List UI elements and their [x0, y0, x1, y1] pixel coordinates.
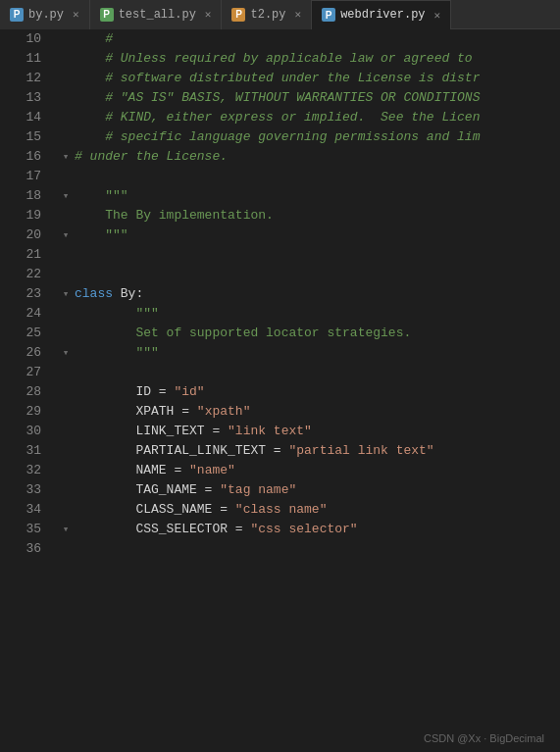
- code-line-20: ▾ """: [59, 226, 560, 245]
- fold-icon-20[interactable]: ▾: [59, 228, 73, 242]
- tab-by-py[interactable]: P by.py ✕: [0, 0, 90, 29]
- line-number-15: 15: [0, 127, 41, 147]
- fold-icon-16[interactable]: ▾: [59, 150, 73, 164]
- line-number-32: 32: [0, 461, 41, 480]
- code-token: """: [75, 226, 128, 245]
- code-line-24: """: [59, 304, 560, 324]
- code-line-21: [59, 245, 560, 265]
- fold-icon-23[interactable]: ▾: [59, 287, 73, 301]
- code-token: Set of supported locator strategies.: [75, 324, 411, 343]
- code-content: # # Unless required by applicable law or…: [49, 29, 560, 752]
- code-token: XPATH =: [75, 402, 197, 422]
- footer: CSDN @Xx · BigDecimal: [424, 732, 544, 744]
- tab-test-all-py[interactable]: P test_all.py ✕: [90, 0, 223, 29]
- code-line-14: # KIND, either express or implied. See t…: [59, 108, 560, 127]
- code-token: TAG_NAME =: [75, 480, 220, 500]
- line-number-26: 26: [0, 343, 41, 363]
- code-token: # Unless required by applicable law or a…: [75, 49, 473, 69]
- tab-close-t2-py[interactable]: ✕: [295, 8, 302, 21]
- tab-label-t2-py: t2.py: [250, 8, 285, 22]
- code-line-18: ▾ """: [59, 186, 560, 206]
- tab-bar: P by.py ✕ P test_all.py ✕ P t2.py ✕ P we…: [0, 0, 560, 29]
- code-line-29: XPATH = "xpath": [59, 402, 560, 422]
- code-line-23: ▾class By:: [59, 284, 560, 304]
- code-token: class: [75, 284, 113, 304]
- code-line-25: Set of supported locator strategies.: [59, 324, 560, 343]
- code-line-10: #: [59, 29, 560, 49]
- tab-label-webdriver-py: webdriver.py: [340, 8, 425, 22]
- code-token: # "AS IS" BASIS, WITHOUT WARRANTIES OR C…: [75, 88, 480, 108]
- line-number-30: 30: [0, 422, 41, 441]
- code-line-11: # Unless required by applicable law or a…: [59, 49, 560, 69]
- line-number-10: 10: [0, 29, 41, 49]
- code-line-15: # specific language governing permission…: [59, 127, 560, 147]
- line-number-22: 22: [0, 265, 41, 284]
- code-token: "partial link text": [288, 441, 433, 461]
- tab-icon-webdriver-py: P: [322, 8, 335, 22]
- line-number-13: 13: [0, 88, 41, 108]
- code-token: By:: [113, 284, 143, 304]
- code-token: """: [75, 304, 159, 324]
- line-number-12: 12: [0, 69, 41, 88]
- code-token: CLASS_NAME =: [75, 500, 235, 520]
- line-number-23: 23: [0, 284, 41, 304]
- tab-label-by-py: by.py: [28, 8, 64, 22]
- line-number-33: 33: [0, 480, 41, 500]
- code-token: CSS_SELECTOR =: [75, 520, 250, 539]
- code-line-16: ▾# under the License.: [59, 147, 560, 167]
- tab-t2-py[interactable]: P t2.py ✕: [222, 0, 312, 29]
- code-token: ID =: [75, 382, 174, 402]
- code-token: "tag name": [220, 480, 296, 500]
- code-token: """: [75, 186, 128, 206]
- line-number-18: 18: [0, 186, 41, 206]
- code-line-13: # "AS IS" BASIS, WITHOUT WARRANTIES OR C…: [59, 88, 560, 108]
- tab-close-by-py[interactable]: ✕: [73, 8, 79, 21]
- code-token: # KIND, either express or implied. See t…: [75, 108, 480, 127]
- tab-close-test-all-py[interactable]: ✕: [205, 8, 212, 21]
- code-token: The By implementation.: [75, 206, 274, 226]
- tab-close-webdriver-py[interactable]: ✕: [434, 9, 441, 22]
- fold-icon-26[interactable]: ▾: [59, 346, 73, 360]
- code-token: # under the License.: [75, 147, 228, 167]
- code-line-35: ▾ CSS_SELECTOR = "css selector": [59, 520, 560, 539]
- code-token: LINK_TEXT =: [75, 422, 228, 441]
- code-line-17: [59, 167, 560, 186]
- code-area: 1011121314151617181920212223242526272829…: [0, 29, 560, 752]
- code-token: NAME =: [75, 461, 189, 480]
- line-number-28: 28: [0, 382, 41, 402]
- code-line-22: [59, 265, 560, 284]
- code-line-26: ▾ """: [59, 343, 560, 363]
- code-line-32: NAME = "name": [59, 461, 560, 480]
- line-number-31: 31: [0, 441, 41, 461]
- line-numbers: 1011121314151617181920212223242526272829…: [0, 29, 49, 752]
- code-line-33: TAG_NAME = "tag name": [59, 480, 560, 500]
- code-token: "link text": [228, 422, 312, 441]
- code-token: "name": [189, 461, 235, 480]
- line-number-21: 21: [0, 245, 41, 265]
- code-line-31: PARTIAL_LINK_TEXT = "partial link text": [59, 441, 560, 461]
- fold-icon-35[interactable]: ▾: [59, 523, 73, 536]
- line-number-35: 35: [0, 520, 41, 539]
- code-token: "id": [174, 382, 204, 402]
- line-number-14: 14: [0, 108, 41, 127]
- line-number-19: 19: [0, 206, 41, 226]
- line-number-25: 25: [0, 324, 41, 343]
- line-number-24: 24: [0, 304, 41, 324]
- line-number-27: 27: [0, 363, 41, 382]
- code-line-36: [59, 539, 560, 559]
- tab-icon-test-all-py: P: [100, 8, 114, 22]
- line-number-29: 29: [0, 402, 41, 422]
- code-token: "class name": [235, 500, 328, 520]
- code-line-30: LINK_TEXT = "link text": [59, 422, 560, 441]
- fold-icon-18[interactable]: ▾: [59, 189, 73, 203]
- code-token: PARTIAL_LINK_TEXT =: [75, 441, 288, 461]
- code-token: """: [75, 343, 159, 363]
- code-line-12: # software distributed under the License…: [59, 69, 560, 88]
- tab-webdriver-py[interactable]: P webdriver.py ✕: [312, 0, 451, 29]
- line-number-20: 20: [0, 226, 41, 245]
- line-number-17: 17: [0, 167, 41, 186]
- tab-icon-t2-py: P: [231, 8, 245, 22]
- code-line-19: The By implementation.: [59, 206, 560, 226]
- code-token: # software distributed under the License…: [75, 69, 480, 88]
- tab-label-test-all-py: test_all.py: [119, 8, 196, 22]
